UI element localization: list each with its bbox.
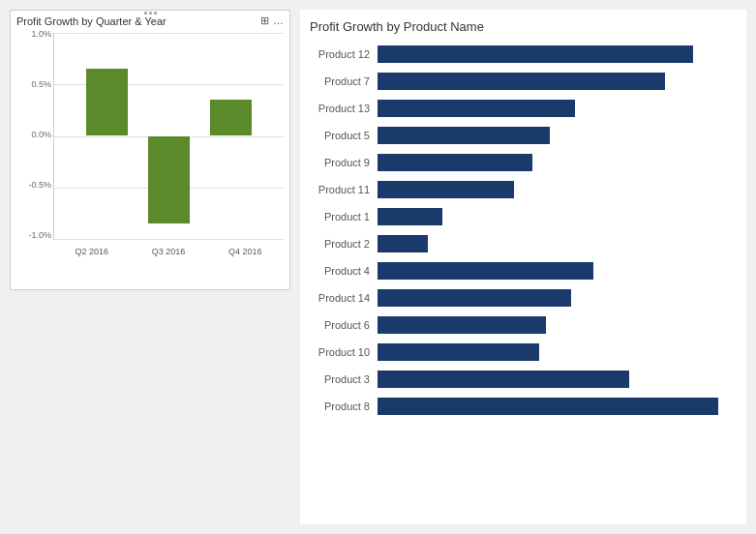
list-item: Product 9 <box>310 150 737 175</box>
product-bar <box>378 127 550 144</box>
left-chart-title: Profit Growth by Quarter & Year <box>16 15 166 27</box>
y-label-n100: -1.0% <box>28 230 51 240</box>
product-label: Product 2 <box>310 238 378 250</box>
product-label: Product 12 <box>310 48 378 60</box>
y-label-050: 0.5% <box>31 79 51 89</box>
product-bar <box>378 262 593 280</box>
product-label: Product 9 <box>310 157 378 168</box>
product-bar <box>378 100 575 117</box>
list-item: Product 10 <box>310 340 737 365</box>
product-bar <box>378 398 718 415</box>
bar-container <box>378 45 737 63</box>
bar-container <box>378 127 737 144</box>
y-label-n050: -0.5% <box>28 180 51 190</box>
product-bar <box>378 371 629 388</box>
product-label: Product 4 <box>310 265 378 277</box>
list-item: Product 2 <box>310 231 737 256</box>
x-label-q4: Q4 2016 <box>221 247 269 256</box>
product-label: Product 1 <box>310 211 378 222</box>
x-label-q2: Q2 2016 <box>68 247 116 256</box>
product-bar <box>378 316 546 334</box>
list-item: Product 12 <box>310 42 737 67</box>
right-chart-title: Profit Growth by Product Name <box>310 19 737 34</box>
product-bar <box>378 289 571 307</box>
list-item: Product 8 <box>310 394 737 419</box>
list-item: Product 14 <box>310 285 737 311</box>
product-rows: Product 12 Product 7 Product 13 Product … <box>310 42 737 419</box>
bar-container <box>378 208 737 225</box>
main-container: Profit Growth by Quarter & Year ⊞ … 1.0%… <box>0 0 756 534</box>
left-chart: Profit Growth by Quarter & Year ⊞ … 1.0%… <box>10 10 290 290</box>
bar-q2-2016 <box>86 69 128 135</box>
list-item: Product 13 <box>310 96 737 121</box>
product-label: Product 8 <box>310 400 378 412</box>
list-item: Product 1 <box>310 204 737 229</box>
y-label-000: 0.0% <box>31 130 51 139</box>
bar-container <box>378 398 737 415</box>
list-item: Product 6 <box>310 312 737 338</box>
product-label: Product 14 <box>310 292 378 304</box>
list-item: Product 3 <box>310 367 737 392</box>
product-label: Product 6 <box>310 319 378 331</box>
product-label: Product 5 <box>310 130 378 141</box>
product-label: Product 13 <box>310 103 378 114</box>
bar-container <box>378 343 737 361</box>
bar-container <box>378 371 737 388</box>
bar-q4-2016 <box>210 100 252 135</box>
expand-icon[interactable]: ⊞ <box>260 15 269 27</box>
product-bar <box>378 73 665 90</box>
x-label-q3: Q3 2016 <box>144 247 193 256</box>
y-label-100: 1.0% <box>31 29 51 39</box>
grid-line-bottom <box>54 239 284 240</box>
bar-container <box>378 235 737 252</box>
product-label: Product 7 <box>310 75 378 87</box>
list-item: Product 5 <box>310 123 737 148</box>
product-bar <box>378 208 442 225</box>
product-bar <box>378 45 693 63</box>
more-icon[interactable]: … <box>273 15 284 27</box>
bar-container <box>378 181 737 198</box>
bar-container <box>378 73 737 90</box>
bar-container <box>378 289 737 307</box>
product-bar <box>378 181 514 198</box>
product-label: Product 3 <box>310 373 378 385</box>
list-item: Product 4 <box>310 258 737 283</box>
product-label: Product 11 <box>310 184 378 195</box>
right-chart: Profit Growth by Product Name Product 12… <box>300 10 746 524</box>
left-chart-icons[interactable]: ⊞ … <box>260 15 284 27</box>
product-bar <box>378 235 428 252</box>
plot-area <box>53 33 284 240</box>
bar-container <box>378 100 737 117</box>
bar-q3-2016 <box>148 136 190 224</box>
bar-container <box>378 316 737 334</box>
bar-container <box>378 154 737 171</box>
product-label: Product 10 <box>310 346 378 358</box>
product-bar <box>378 343 539 361</box>
grid-line-top <box>54 33 284 34</box>
list-item: Product 7 <box>310 69 737 94</box>
bar-container <box>378 262 737 280</box>
product-bar <box>378 154 532 171</box>
list-item: Product 11 <box>310 177 737 202</box>
